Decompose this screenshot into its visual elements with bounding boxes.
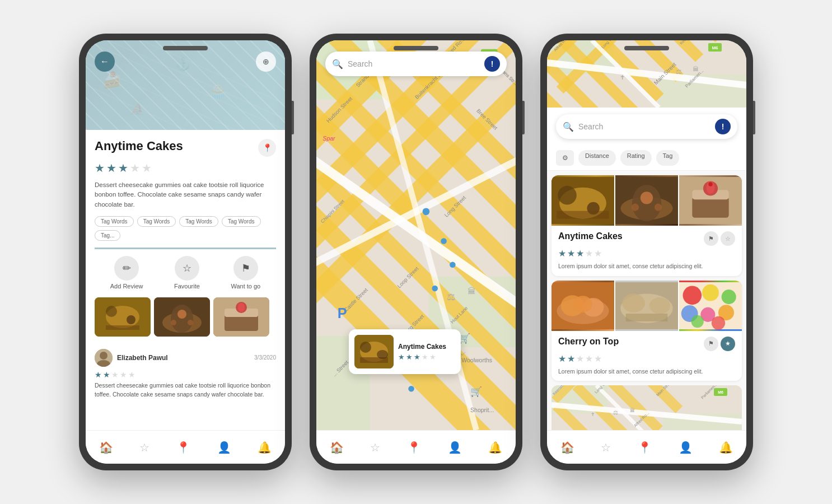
search-input-3[interactable]: Search [578, 122, 711, 131]
svg-text:✝: ✝ [620, 74, 625, 81]
share-button[interactable]: ⊕ [256, 52, 276, 72]
tag-chip[interactable]: Tag Words [179, 216, 218, 227]
card-star-2: ★ [567, 248, 575, 259]
back-button[interactable]: ← [95, 52, 115, 72]
rating-stars: ★ ★ ★ ★ ★ [95, 161, 276, 175]
photo-2[interactable] [154, 297, 210, 337]
card-info-1: Anytime Cakes ⚑ ☆ ★ ★ ★ ★ ★ [551, 226, 742, 276]
tag-chip[interactable]: Tag Words [137, 216, 176, 227]
card-photo-1c [679, 175, 742, 226]
svg-text:✝: ✝ [591, 412, 595, 417]
card-star-3: ★ [576, 248, 584, 259]
want-to-go-button[interactable]: ⚑ Want to go [231, 256, 260, 290]
nav-notifications[interactable]: 🔔 [258, 441, 272, 454]
card-name-1: Anytime Cakes [558, 231, 623, 241]
tag-chip[interactable]: Tag Words [95, 216, 134, 227]
nav-profile[interactable]: 👤 [217, 441, 231, 454]
search-section: 🔍 Search ! [547, 108, 746, 146]
place-title: Anytime Cakes [95, 139, 183, 153]
star-3: ★ [118, 161, 128, 175]
review-star-5: ★ [128, 370, 135, 379]
alert-icon-3: ! [722, 122, 725, 131]
svg-point-130 [622, 293, 645, 312]
svg-point-11 [106, 306, 117, 317]
bottom-map: Keeron... Long Victoria... Main Street P… [551, 385, 742, 430]
svg-point-134 [683, 286, 702, 305]
nav-profile-2[interactable]: 👤 [448, 441, 462, 454]
map-popup[interactable]: Anytime Cakes ★ ★ ★ ★ ★ [349, 329, 461, 374]
card-actions-2: ⚑ ★ [704, 337, 735, 351]
star-2: ★ [106, 161, 116, 175]
card-stars-1: ★ ★ ★ ★ ★ [558, 248, 735, 259]
review-stars: ★ ★ ★ ★ ★ [95, 370, 276, 379]
card-action-fav-2[interactable]: ★ [721, 337, 735, 351]
review-star-4: ★ [120, 370, 127, 379]
photo-1[interactable] [95, 297, 151, 337]
popup-star-5: ★ [429, 353, 436, 361]
nav-profile-3[interactable]: 👤 [679, 441, 693, 454]
want-to-go-label: Want to go [231, 283, 260, 290]
add-review-button[interactable]: ✏ Add Review [110, 256, 143, 290]
nav-home-3[interactable]: 🏠 [560, 441, 574, 454]
nav-notifications-3[interactable]: 🔔 [719, 441, 733, 454]
review-card: Elizabeth Pawul 3/3/2020 ★ ★ ★ ★ ★ Desse… [95, 344, 276, 404]
nav-notifications-2[interactable]: 🔔 [488, 441, 502, 454]
add-review-label: Add Review [110, 283, 143, 290]
review-date: 3/3/2020 [254, 354, 276, 361]
svg-point-19 [188, 320, 193, 325]
svg-point-18 [171, 320, 176, 325]
svg-text:Shoprit...: Shoprit... [470, 407, 494, 413]
svg-point-72 [441, 238, 447, 244]
tag-chip[interactable]: Tag Words [222, 216, 261, 227]
svg-text:🛒: 🛒 [470, 386, 483, 398]
card-desc-1: Lorem ipsum dolor sit amet, conse ctetur… [558, 262, 735, 270]
alert-button[interactable]: ! [484, 56, 500, 72]
alert-button-3[interactable]: ! [715, 119, 731, 134]
nav-map-3[interactable]: 📍 [638, 441, 652, 454]
place-description: Dessert cheesecake gummies oat cake toot… [95, 180, 276, 209]
svg-rect-132 [626, 314, 668, 321]
svg-point-136 [722, 290, 736, 304]
card-stars-2: ★ ★ ★ ★ ★ [558, 353, 735, 364]
svg-point-114 [641, 192, 653, 204]
nav-home[interactable]: 🏠 [99, 441, 113, 454]
card-action-goto-1[interactable]: ⚑ [704, 231, 718, 246]
action-buttons: ✏ Add Review ☆ Favourite ⚑ Want to go [95, 256, 276, 290]
list-card-2[interactable]: Cherry on Top ⚑ ★ ★ ★ ★ ★ ★ [551, 281, 742, 381]
favourite-icon: ☆ [175, 256, 199, 281]
tag-chip[interactable]: Tag... [95, 230, 120, 241]
nav-home-2[interactable]: 🏠 [330, 441, 344, 454]
search-bar[interactable]: 🔍 Search ! [325, 52, 507, 76]
favourite-button[interactable]: ☆ Favourite [174, 256, 200, 290]
photo-3[interactable] [213, 297, 269, 337]
nav-favourites-2[interactable]: ☆ [370, 441, 380, 454]
nav-map[interactable]: 📍 [176, 441, 190, 454]
nav-favourites-3[interactable]: ☆ [601, 441, 611, 454]
card-action-fav-1[interactable]: ☆ [721, 231, 735, 246]
card-photo-2b [615, 281, 678, 331]
card-star-2b: ★ [567, 353, 575, 364]
card-action-goto-2[interactable]: ⚑ [704, 337, 718, 351]
phone-detail: 🍰 ⚓ 🧁 ⛵ ← ⊕ [79, 34, 292, 470]
search-bar-3[interactable]: 🔍 Search ! [556, 114, 737, 139]
filter-rating[interactable]: Rating [620, 150, 652, 166]
filter-icon-button[interactable]: ⚙ [556, 150, 574, 166]
svg-point-78 [360, 342, 371, 353]
nav-map-2[interactable]: 📍 [407, 441, 421, 454]
svg-text:⚖: ⚖ [613, 409, 618, 416]
popup-star-1: ★ [398, 353, 405, 361]
svg-text:🧁: 🧁 [209, 82, 227, 100]
list-card-1[interactable]: Anytime Cakes ⚑ ☆ ★ ★ ★ ★ ★ [551, 175, 742, 276]
nav-favourites[interactable]: ☆ [139, 441, 149, 454]
reviewer-name: Elizabeth Pawul [117, 354, 168, 362]
card-photo-1b [615, 175, 678, 226]
filter-distance[interactable]: Distance [578, 150, 616, 166]
location-pin-button[interactable]: 📍 [258, 139, 276, 157]
search-input[interactable]: Search [348, 59, 480, 68]
star-4: ★ [130, 161, 140, 175]
review-text: Dessert cheesecake gummies oat cake toot… [95, 381, 276, 399]
top-map-thumbnail: Alfred Ro... Keeron... Long Victoria... … [547, 40, 746, 108]
svg-point-135 [702, 284, 719, 301]
card-photo-1a [551, 175, 614, 226]
filter-tag[interactable]: Tag [656, 150, 680, 166]
